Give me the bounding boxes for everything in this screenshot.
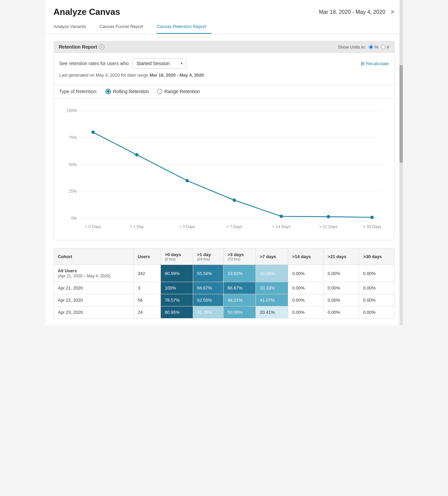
cohort-apr23: Apr 23, 2020: [54, 306, 134, 319]
chart-point-3: [232, 198, 236, 202]
chart-point-6: [370, 216, 374, 219]
retention-report-title: Retention Report i: [59, 44, 105, 50]
th-21days: >21 days: [324, 249, 359, 265]
c7-apr23: 20.41%: [256, 306, 288, 319]
scrollbar[interactable]: [399, 0, 403, 325]
tab-analyze-variants[interactable]: Analyze Variants: [54, 21, 92, 34]
percent-radio-group: %: [369, 45, 379, 50]
y-label-0: 0%: [71, 216, 77, 221]
table-header-row: Cohort Users >0 days (0 hrs) >1 day (24 …: [54, 249, 394, 265]
hash-radio[interactable]: [381, 45, 385, 49]
c30-all: 0.00%: [359, 265, 394, 282]
scrollbar-thumb[interactable]: [399, 65, 403, 163]
c7-all: 12.28%: [256, 265, 288, 282]
show-units-label: Show Units in:: [338, 45, 366, 50]
c14-apr21: 0.00%: [288, 282, 323, 294]
header-right: Mar 18, 2020 - May 4, 2020 ×: [319, 8, 394, 16]
c3-apr21: 66.67%: [223, 282, 256, 294]
session-event-select[interactable]: Started Session: [132, 58, 186, 68]
cohort-apr21: Apr 21, 2020: [54, 282, 134, 294]
users-all: 342: [133, 265, 160, 282]
rolling-retention-option[interactable]: Rolling Retention: [106, 89, 149, 94]
c3-apr23: 50.00%: [223, 306, 256, 319]
c14-all: 0.00%: [288, 265, 323, 282]
th-3days: >3 days (72 hrs): [223, 249, 256, 265]
c1-all: 55.56%: [193, 265, 223, 282]
range-retention-radio[interactable]: [157, 89, 162, 94]
table-row: Apr 22, 2020 56 78.57% 62.50% 48.21% 41.…: [54, 294, 394, 306]
info-icon[interactable]: i: [99, 44, 104, 50]
c30-apr22: 0.00%: [359, 294, 394, 306]
x-label-30days: > 30 Days: [363, 224, 381, 229]
c21-apr22: 0.00%: [324, 294, 359, 306]
cohort-table: Cohort Users >0 days (0 hrs) >1 day (24 …: [54, 249, 394, 318]
last-generated-bold: Mar 18, 2020 - May 4, 2020: [150, 73, 204, 78]
chart-point-2: [185, 179, 189, 182]
retention-report-label: Retention Report: [59, 44, 97, 50]
x-label-21days: > 21 Days: [319, 224, 337, 229]
x-label-3days: > 3 Days: [179, 224, 195, 229]
table-row: All Users (Apr 21, 2020 – May 4, 2020) 3…: [54, 265, 394, 282]
y-label-75: 75%: [69, 135, 77, 140]
y-label-25: 25%: [69, 189, 77, 194]
users-apr21: 3: [133, 282, 160, 294]
c7-apr22: 41.07%: [256, 294, 288, 306]
users-apr22: 56: [133, 294, 160, 306]
rolling-retention-label: Rolling Retention: [113, 89, 149, 94]
x-label-14days: > 14 Days: [272, 224, 290, 229]
retention-body: See retention rates for users who Starte…: [54, 53, 395, 85]
recalculate-label: Recalculate: [366, 61, 389, 66]
th-0days: >0 days (0 hrs): [160, 249, 193, 265]
th-users: Users: [133, 249, 160, 265]
c0-apr23: 80.95%: [160, 306, 193, 319]
th-1day: >1 day (24 hrs): [193, 249, 223, 265]
rolling-retention-radio[interactable]: [106, 89, 111, 94]
range-retention-option[interactable]: Range Retention: [157, 89, 200, 94]
tab-canvas-retention-report[interactable]: Canvas Retention Report: [157, 21, 211, 34]
x-label-7days: > 7 Days: [226, 224, 242, 229]
retention-type-label: Type of Retention:: [59, 89, 98, 94]
c0-all: 80.99%: [160, 265, 193, 282]
x-label-0days: > 0 Days: [85, 224, 101, 229]
retention-report-header: Retention Report i Show Units in: % #: [54, 41, 395, 53]
c30-apr23: 0.00%: [359, 306, 394, 319]
percent-label: %: [375, 45, 379, 50]
c14-apr22: 0.00%: [288, 294, 323, 306]
cohort-all-users: All Users (Apr 21, 2020 – May 4, 2020): [54, 265, 134, 282]
c1-apr21: 66.67%: [193, 282, 223, 294]
chart-point-4: [279, 215, 283, 218]
retention-type-row: Type of Retention: Rolling Retention Ran…: [54, 85, 395, 99]
range-retention-label: Range Retention: [165, 89, 200, 94]
c1-apr22: 62.50%: [193, 294, 223, 306]
chart-point-0: [91, 131, 95, 134]
c14-apr23: 0.00%: [288, 306, 323, 319]
chart-line: [93, 132, 372, 217]
th-30days: >30 days: [359, 249, 394, 265]
chart-svg: 100% 75% 50% 25% 0% > 0 Days > 1 Day > 3…: [61, 105, 388, 233]
tab-canvas-funnel-report[interactable]: Canvas Funnel Report: [99, 21, 149, 34]
filter-left: See retention rates for users who Starte…: [59, 58, 186, 68]
users-apr23: 24: [133, 306, 160, 319]
last-generated-prefix: Last generated on May 4, 2020 for date r…: [59, 73, 150, 78]
recalculate-button[interactable]: ⊞ Recalculate: [361, 61, 389, 66]
close-button[interactable]: ×: [391, 8, 395, 16]
recalculate-icon: ⊞: [361, 61, 365, 66]
percent-radio[interactable]: [369, 45, 373, 49]
table-row: Apr 21, 2020 3 100% 66.67% 66.67% 33.33%…: [54, 282, 394, 294]
c0-apr22: 78.57%: [160, 294, 193, 306]
chart-point-1: [135, 153, 138, 157]
th-14days: >14 days: [288, 249, 323, 265]
cohort-table-section: Cohort Users >0 days (0 hrs) >1 day (24 …: [54, 248, 395, 319]
c3-all: 33.92%: [223, 265, 256, 282]
chart-point-5: [327, 215, 330, 218]
page-title: Analyze Canvas: [54, 7, 120, 17]
retention-chart: 100% 75% 50% 25% 0% > 0 Days > 1 Day > 3…: [54, 99, 395, 240]
filter-row: See retention rates for users who Starte…: [59, 58, 389, 68]
page-header: Analyze Canvas Mar 18, 2020 - May 4, 202…: [46, 0, 403, 21]
c21-all: 0.00%: [324, 265, 359, 282]
c3-apr22: 48.21%: [223, 294, 256, 306]
table-row: Apr 23, 2020 24 80.95% 41.76% 50.00% 20.…: [54, 306, 394, 319]
c30-apr21: 0.00%: [359, 282, 394, 294]
session-event-select-wrapper: Started Session: [132, 58, 186, 68]
hash-label: #: [387, 45, 389, 50]
